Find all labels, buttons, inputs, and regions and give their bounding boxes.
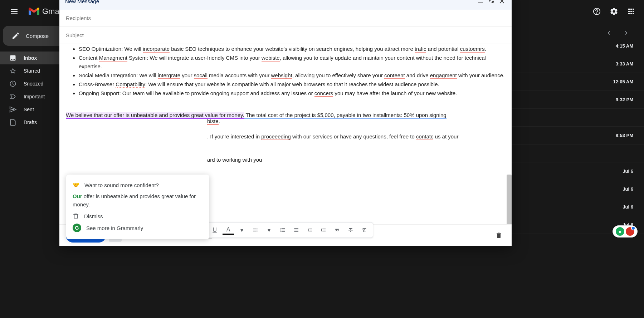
- svg-rect-0: [478, 3, 483, 3]
- body-paragraph: We believe that our offer is unbeatable …: [66, 112, 505, 118]
- grammarly-badge-icon[interactable]: ◆: [616, 227, 624, 236]
- mail-time: Jul 6: [623, 186, 633, 192]
- bullet-list-button[interactable]: [291, 224, 302, 236]
- body-list-item: Content Managment System: We will integr…: [79, 54, 505, 71]
- dropdown-icon[interactable]: ▾: [263, 224, 275, 236]
- grammarly-error-badge[interactable]: [626, 227, 634, 236]
- body-list-item: Ongoing Support: Our team will be availa…: [79, 89, 505, 98]
- format-toolbar: U A ▾ ▾: [206, 222, 373, 238]
- header-right: [590, 4, 638, 19]
- indent-less-button[interactable]: [304, 224, 316, 236]
- mail-time: 3:33 AM: [616, 61, 633, 67]
- quote-button[interactable]: [331, 224, 343, 236]
- nav-label: Starred: [24, 68, 40, 74]
- recipients-input[interactable]: [66, 15, 505, 21]
- compose-title: New Message: [65, 0, 99, 4]
- scrollbar[interactable]: [507, 175, 512, 224]
- mail-time: 4:15 AM: [616, 43, 633, 49]
- grammarly-prompt: 🤝 Want to sound more confident?: [73, 180, 203, 190]
- grammarly-see-more[interactable]: G See more in Grammarly: [73, 221, 203, 234]
- minimize-icon[interactable]: [477, 0, 484, 5]
- grammarly-dismiss[interactable]: Dismiss: [73, 211, 203, 221]
- notification-dot: [631, 226, 635, 230]
- nav-label: Important: [24, 94, 45, 99]
- mail-time: Jul 6: [623, 168, 633, 174]
- help-icon[interactable]: [590, 4, 604, 19]
- grammarly-popup: 🤝 Want to sound more confident? Our offe…: [66, 175, 209, 239]
- pencil-icon: [11, 31, 20, 40]
- nav-label: Sent: [24, 107, 34, 112]
- recipients-field[interactable]: [59, 10, 512, 27]
- prev-page-button[interactable]: [602, 26, 616, 40]
- grammarly-suggestion[interactable]: Our offer is unbeatable and provides gre…: [73, 190, 203, 211]
- body-list-item: Cross-Browser Compatbility: We will ensu…: [79, 80, 505, 89]
- nav-label: Inbox: [24, 55, 37, 61]
- align-button[interactable]: [250, 224, 261, 236]
- handshake-emoji: 🤝: [73, 182, 79, 188]
- compose-header: New Message: [59, 0, 512, 10]
- trash-icon: [73, 213, 79, 219]
- nav-label: Drafts: [24, 119, 37, 125]
- nav-label: Snoozed: [24, 81, 43, 87]
- grammarly-badges[interactable]: ◆: [613, 225, 638, 238]
- menu-button[interactable]: [6, 3, 23, 20]
- body-list-item: SEO Optimization: We will incorparate ba…: [79, 45, 505, 53]
- body-paragraph: . If you're interested in proceeeding wi…: [207, 133, 505, 140]
- star-icon: [9, 67, 16, 74]
- dropdown-icon[interactable]: ▾: [236, 224, 248, 236]
- subject-input[interactable]: [66, 32, 505, 38]
- apps-icon[interactable]: [624, 4, 638, 19]
- text-color-button[interactable]: A: [223, 225, 234, 235]
- compose-label: Compose: [26, 33, 49, 39]
- body-list-item: Social Media Integration: We will interg…: [79, 71, 505, 80]
- indent-more-button[interactable]: [318, 224, 329, 236]
- important-icon: [9, 93, 16, 100]
- mail-time: 12:05 AM: [613, 79, 633, 84]
- clock-icon: [9, 80, 16, 87]
- close-icon[interactable]: [498, 0, 506, 5]
- drafts-icon: [9, 119, 16, 126]
- body-paragraph: biste.: [207, 118, 505, 124]
- gmail-logo[interactable]: Gmail: [29, 7, 63, 16]
- inbox-icon: [9, 54, 16, 62]
- numbered-list-button[interactable]: [277, 224, 288, 236]
- strikethrough-button[interactable]: [345, 224, 356, 236]
- scroll-thumb[interactable]: [507, 175, 512, 224]
- subject-field[interactable]: [59, 27, 512, 44]
- mail-time: Jul 6: [623, 204, 633, 210]
- discard-button[interactable]: [492, 229, 505, 242]
- grammarly-icon: G: [73, 224, 81, 232]
- underline-button[interactable]: U: [209, 224, 220, 236]
- mail-time: 9:32 PM: [616, 97, 633, 102]
- mail-time: 8:53 PM: [616, 133, 633, 138]
- body-paragraph: ard to working with you: [207, 157, 505, 163]
- sent-icon: [9, 106, 16, 113]
- fullscreen-icon[interactable]: [487, 0, 495, 5]
- clear-format-button[interactable]: [358, 224, 370, 236]
- next-page-button[interactable]: [619, 26, 633, 40]
- settings-icon[interactable]: [607, 4, 621, 19]
